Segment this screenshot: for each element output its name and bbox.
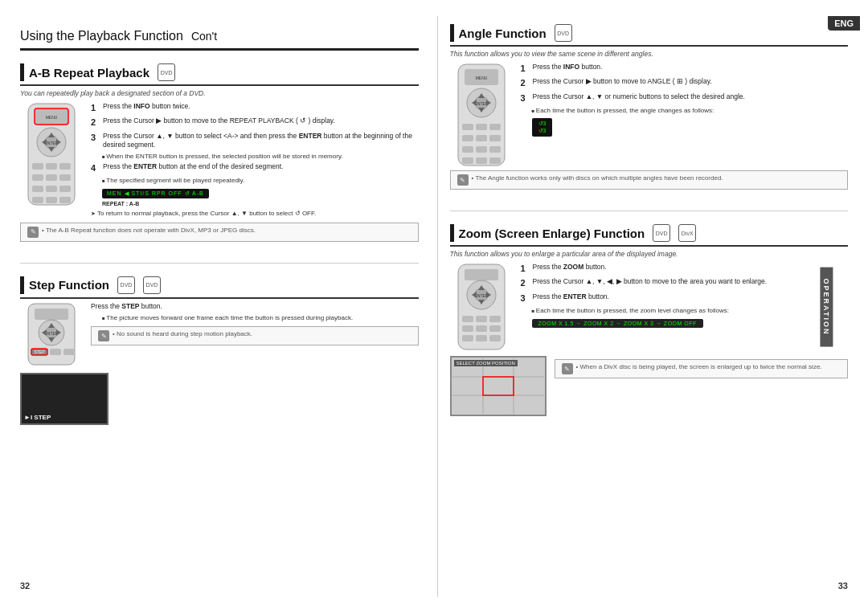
- svg-rect-18: [59, 186, 71, 192]
- angle-step-3: 3 Press the Cursor ▲, ▼ or numeric butto…: [521, 92, 849, 104]
- title-text: Using the Playback Function: [20, 29, 183, 43]
- step-tv-screen: ►I STEP: [20, 373, 108, 425]
- zoom-title: Zoom (Screen Enlarge) Function: [459, 227, 645, 240]
- angle-bar: [450, 24, 454, 42]
- zoom-note: ✎ • When a DivX disc is being played, th…: [555, 359, 849, 378]
- page-right: ENG Angle Function DVD This function all…: [437, 16, 861, 597]
- dvd-icon-3: DVD: [143, 276, 161, 294]
- svg-rect-73: [462, 335, 473, 341]
- page-number-left: 32: [20, 581, 30, 591]
- zoom-header: Zoom (Screen Enlarge) Function DVD DivX: [450, 224, 849, 247]
- svg-rect-55: [462, 157, 473, 164]
- svg-rect-46: [462, 124, 473, 130]
- svg-rect-12: [59, 163, 71, 170]
- step-function-steps: ENTER STEP Press the STEP butto: [20, 302, 419, 366]
- svg-rect-20: [46, 197, 57, 203]
- svg-rect-74: [476, 335, 487, 341]
- svg-rect-13: [32, 174, 43, 181]
- zoom-step-2: 2 Press the Cursor ▲, ▼, ◀, ▶ button to …: [521, 277, 849, 288]
- svg-rect-48: [489, 124, 501, 130]
- repeat-display: MEN ◀ STI/S RPR OFF ↺ A-B: [102, 189, 209, 198]
- note-icon: ✎: [27, 227, 39, 238]
- svg-rect-71: [476, 325, 487, 332]
- svg-rect-53: [476, 146, 487, 153]
- eng-badge: ENG: [828, 16, 860, 31]
- step-press: Press the STEP button.: [91, 302, 419, 311]
- page-title: Using the Playback Function Con't: [20, 24, 419, 51]
- svg-rect-52: [462, 146, 473, 153]
- title-cont: Con't: [191, 30, 217, 43]
- angle-steps: MENU ENTER: [450, 63, 849, 167]
- page-left: Using the Playback Function Con't A-B Re…: [8, 16, 431, 597]
- zoom-intro: This function allows you to enlarge a pa…: [450, 250, 849, 258]
- svg-text:MENU: MENU: [475, 76, 487, 80]
- zoom-step-3: 3 Press the ENTER button.: [521, 292, 849, 304]
- page-number-right: 33: [838, 581, 848, 591]
- ab-repeat-note: ✎ • The A-B Repeat function does not ope…: [20, 223, 419, 242]
- step-content: Press the STEP button. The picture moves…: [91, 302, 419, 366]
- svg-rect-72: [489, 325, 501, 332]
- step-screen: ►I STEP: [20, 373, 419, 425]
- svg-rect-10: [32, 163, 43, 170]
- svg-text:STEP: STEP: [34, 350, 45, 354]
- zoom-dvd-icon1: DVD: [653, 224, 670, 242]
- operation-label: OPERATION: [821, 267, 833, 346]
- zoom-screen-label: SELECT ZOOM POSITION: [454, 360, 518, 366]
- step-function-section: Step Function DVD DVD ENTER: [20, 276, 419, 425]
- angle-content: 1 Press the INFO button. 2 Press the Cur…: [521, 63, 849, 167]
- svg-rect-69: [489, 316, 501, 322]
- svg-rect-35: [63, 349, 75, 355]
- angle-step-2: 2 Press the Cursor ▶ button to move to A…: [521, 77, 849, 88]
- zoom-remote: ENTER: [450, 263, 514, 351]
- svg-rect-14: [46, 174, 57, 181]
- svg-rect-16: [32, 186, 43, 192]
- angle-title: Angle Function: [459, 27, 547, 40]
- step-3: 3 Press the Cursor ▲, ▼ button to select…: [91, 132, 419, 149]
- section-divider: [20, 263, 419, 264]
- zoom-note-icon: ✎: [562, 363, 573, 374]
- angle-note-icon: ✎: [457, 174, 469, 186]
- angle-intro: This function allows you to view the sam…: [450, 50, 849, 58]
- svg-rect-54: [489, 146, 501, 153]
- step-display-text: ►I STEP: [24, 414, 51, 421]
- svg-rect-15: [59, 174, 71, 181]
- header-bar-2: [20, 276, 24, 294]
- svg-rect-68: [476, 316, 487, 322]
- step-function-title: Step Function: [29, 278, 109, 292]
- zoom-display: ZOOM X 1.5 → ZOOM X 2 → ZOOM X 3 → ZOOM …: [532, 319, 703, 328]
- ab-steps-content: 1 Press the INFO button twice. 2 Press t…: [91, 102, 419, 219]
- ab-repeat-steps: MENU ENTER: [20, 102, 419, 219]
- ab-repeat-header: A-B Repeat Playback DVD: [20, 63, 419, 86]
- svg-rect-56: [476, 157, 487, 164]
- svg-rect-34: [50, 349, 61, 355]
- angle-note: ✎ • The Angle function works only with d…: [450, 170, 849, 190]
- angle-section: Angle Function DVD This function allows …: [450, 24, 849, 190]
- remote-illustration: MENU ENTER: [20, 102, 84, 206]
- svg-rect-19: [32, 197, 43, 203]
- zoom-content: 1 Press the ZOOM button. 2 Press the Cur…: [521, 263, 849, 351]
- zoom-section: Zoom (Screen Enlarge) Function DVD DivX …: [450, 224, 849, 416]
- ab-repeat-title: A-B Repeat Playback: [29, 66, 149, 80]
- svg-text:MENU: MENU: [46, 115, 58, 120]
- dvd-icon-2: DVD: [117, 276, 135, 294]
- zoom-note-area: ✎ • When a DivX disc is being played, th…: [555, 356, 849, 378]
- step-function-header: Step Function DVD DVD: [20, 276, 419, 299]
- ab-repeat-section: A-B Repeat Playback DVD You can repeated…: [20, 63, 419, 242]
- angle-remote: MENU ENTER: [450, 63, 514, 167]
- step-1: 1 Press the INFO button twice.: [91, 102, 419, 113]
- svg-rect-11: [46, 163, 57, 170]
- dvd-icon: DVD: [158, 63, 175, 81]
- svg-rect-51: [489, 135, 501, 141]
- svg-rect-59: [465, 269, 498, 280]
- header-bar: [20, 63, 24, 81]
- ab-repeat-intro: You can repeatedly play back a designate…: [20, 89, 419, 97]
- svg-rect-80: [483, 377, 514, 395]
- svg-rect-67: [462, 316, 473, 322]
- repeat-label: REPEAT : A-B: [102, 201, 419, 206]
- svg-rect-24: [35, 309, 68, 320]
- step-4: 4 Press the ENTER button at the end of t…: [91, 162, 419, 174]
- step-note: ✎ • No sound is heard during step motion…: [91, 326, 419, 345]
- angle-header: Angle Function DVD: [450, 24, 849, 47]
- zoom-dvd-icon2: DivX: [678, 224, 696, 242]
- zoom-screen: SELECT ZOOM POSITION: [450, 356, 547, 416]
